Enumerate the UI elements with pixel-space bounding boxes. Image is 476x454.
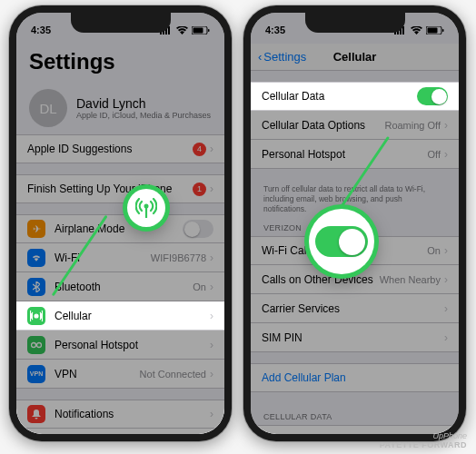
battery-icon xyxy=(192,26,210,35)
cellular-callout xyxy=(127,189,165,227)
badge: 4 xyxy=(193,143,206,156)
chevron-right-icon: › xyxy=(210,143,213,155)
toggle-callout xyxy=(309,209,374,274)
svg-rect-15 xyxy=(442,29,444,32)
chevron-right-icon: › xyxy=(444,302,448,315)
cellular-data-options-row[interactable]: Cellular Data Options Roaming Off › xyxy=(251,111,459,140)
toggle-on-icon xyxy=(315,226,368,257)
screen-settings: 4:35 Settings DL David Lynch Apple ID, i… xyxy=(16,13,224,434)
status-time: 4:35 xyxy=(265,25,285,35)
svg-rect-12 xyxy=(402,26,404,35)
phone-settings: 4:35 Settings DL David Lynch Apple ID, i… xyxy=(9,5,232,441)
wifi-icon xyxy=(27,249,45,267)
sim-pin-row[interactable]: SIM PIN › xyxy=(251,323,459,352)
svg-rect-6 xyxy=(208,29,210,32)
add-cellular-plan-row[interactable]: Add Cellular Plan xyxy=(251,363,459,392)
page-title: Settings xyxy=(16,44,224,82)
cellular-row[interactable]: Cellular › xyxy=(16,301,224,331)
watermark: UpPhone PAYETTE FORWARD xyxy=(380,432,467,450)
apple-id-suggestions-row[interactable]: Apple ID Suggestions 4 › xyxy=(16,134,224,163)
personal-hotspot-row[interactable]: Personal Hotspot Off › xyxy=(251,140,459,169)
antenna-icon xyxy=(135,198,157,218)
wifi-icon xyxy=(411,26,422,35)
svg-point-7 xyxy=(32,342,36,347)
airplane-mode-row[interactable]: ✈︎ Airplane Mode xyxy=(16,214,224,243)
chevron-right-icon: › xyxy=(444,331,448,344)
notch xyxy=(305,13,405,33)
cellular-data-row[interactable]: Cellular Data xyxy=(251,82,459,111)
svg-rect-14 xyxy=(428,27,438,33)
back-button[interactable]: ‹ Settings xyxy=(258,50,306,64)
cellular-icon xyxy=(27,307,45,325)
vpn-row[interactable]: VPN VPN Not Connected › xyxy=(16,360,224,389)
chevron-right-icon: › xyxy=(444,119,448,132)
airplane-toggle[interactable] xyxy=(183,220,213,238)
hotspot-icon xyxy=(27,336,45,354)
svg-point-16 xyxy=(144,204,149,209)
sounds-row[interactable]: Sounds & Haptics › xyxy=(16,429,224,434)
apple-id-row[interactable]: DL David Lynch Apple ID, iCloud, Media &… xyxy=(16,82,224,134)
sounds-icon xyxy=(27,434,45,435)
chevron-left-icon: ‹ xyxy=(258,50,262,64)
svg-rect-5 xyxy=(193,27,203,33)
bluetooth-row[interactable]: Bluetooth On › xyxy=(16,272,224,301)
chevron-right-icon: › xyxy=(444,273,448,286)
chevron-right-icon: › xyxy=(210,183,213,195)
notch xyxy=(71,13,171,33)
chevron-right-icon: › xyxy=(210,408,213,420)
nav-title: Cellular xyxy=(333,50,377,64)
hotspot-row[interactable]: Personal Hotspot › xyxy=(16,331,224,360)
profile-name: David Lynch xyxy=(76,96,211,111)
notifications-icon xyxy=(27,405,45,423)
avatar: DL xyxy=(29,89,67,127)
chevron-right-icon: › xyxy=(210,310,213,322)
status-time: 4:35 xyxy=(31,25,51,35)
carrier-services-row[interactable]: Carrier Services › xyxy=(251,294,459,323)
notifications-row[interactable]: Notifications › xyxy=(16,400,224,429)
svg-rect-3 xyxy=(168,26,170,35)
cellular-data-section: CELLULAR DATA xyxy=(251,403,459,425)
badge: 1 xyxy=(193,183,206,196)
chevron-right-icon: › xyxy=(210,368,213,380)
navbar: ‹ Settings Cellular xyxy=(251,44,459,71)
wifi-icon xyxy=(176,26,188,35)
profile-sub: Apple ID, iCloud, Media & Purchases xyxy=(76,111,211,120)
cellular-data-toggle[interactable] xyxy=(417,87,448,105)
finish-setup-row[interactable]: Finish Setting Up Your iPhone 1 › xyxy=(16,174,224,203)
chevron-right-icon: › xyxy=(210,252,213,264)
chevron-right-icon: › xyxy=(210,281,213,293)
battery-icon xyxy=(426,26,444,35)
wifi-row[interactable]: Wi-Fi WIFI9B6778 › xyxy=(16,243,224,272)
bluetooth-icon xyxy=(27,278,45,296)
chevron-right-icon: › xyxy=(444,244,448,257)
vpn-icon: VPN xyxy=(27,365,45,383)
chevron-right-icon: › xyxy=(210,339,213,351)
airplane-icon: ✈︎ xyxy=(27,220,45,238)
chevron-right-icon: › xyxy=(444,148,448,161)
svg-point-8 xyxy=(37,342,42,347)
